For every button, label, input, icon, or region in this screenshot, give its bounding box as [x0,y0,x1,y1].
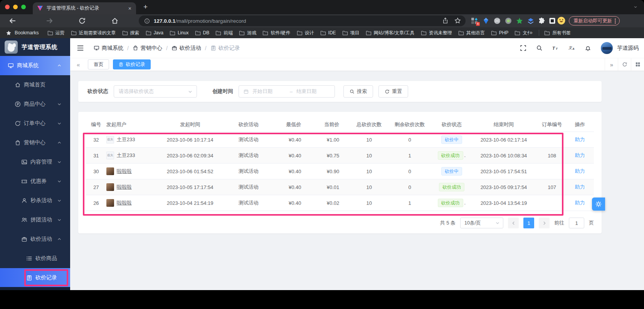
window-minimize-button[interactable] [13,5,18,9]
bookmarks-root-label[interactable]: Bookmarks [15,30,39,35]
avatar [106,167,114,175]
window-close-button[interactable] [5,5,10,9]
bookmark-folder[interactable]: DB [195,30,210,35]
font-size-icon[interactable]: TT [552,45,559,51]
browser-tab[interactable]: 芋道管理系统 - 砍价记录 × [33,2,136,14]
breadcrumb-item[interactable]: 砍价活动 [172,45,201,52]
bookmark-folder[interactable]: 游戏 [239,30,256,36]
bookmark-folder[interactable]: 网站/博客/文章/工具 [366,30,415,36]
bookmark-folder[interactable]: 设计 [297,30,314,36]
reset-button[interactable]: 重置 [378,85,408,98]
forward-icon[interactable] [45,17,53,25]
cell-action: 助力 [568,168,591,175]
site-info-icon[interactable] [144,18,150,24]
assist-link[interactable]: 助力 [575,168,585,174]
chrome-menu-icon[interactable] [615,19,616,24]
extension-square-icon[interactable] [549,17,556,24]
page-1-button[interactable]: 1 [523,218,534,228]
next-page-button[interactable] [539,218,550,228]
language-icon[interactable]: 文A [568,45,575,51]
extension-star-icon[interactable] [516,17,523,24]
bookmark-folder[interactable]: 其他语言 [458,30,485,36]
reload-icon[interactable] [78,17,86,25]
search-icon[interactable] [536,45,543,51]
assist-link[interactable]: 助力 [575,184,585,190]
bookmark-folder[interactable]: Java [146,30,163,35]
breadcrumb-item[interactable]: 商城系统 [94,45,123,52]
settings-gear-button[interactable] [592,198,605,211]
assist-link[interactable]: 助力 [575,200,585,206]
bookmark-folder[interactable]: 运营 [47,30,65,36]
sidebar-item-内容管理[interactable]: 内容管理 [0,152,70,172]
sidebar-item-商城首页[interactable]: 商城首页 [0,75,70,95]
app-logo[interactable]: 芋道管理系统 [0,38,70,56]
tags-layout-icon[interactable] [631,58,644,71]
extension-grid-icon[interactable]: 6 [471,17,478,24]
folder-icon [170,30,175,35]
bookmark-folder[interactable]: 近期需要读的文章 [71,30,116,36]
date-range-picker[interactable]: 开始日期 – 结束日期 [239,85,335,98]
bookmark-star-icon[interactable] [454,17,461,24]
bookmark-folder[interactable]: 资讯未整理 [421,30,452,36]
user-name[interactable]: 芋道源码 [617,45,639,52]
back-icon[interactable] [9,17,17,25]
sidebar-item-砍价记录[interactable]: 砍价记录 [0,268,70,287]
bookmark-folder[interactable]: 软件/硬件 [262,30,290,36]
bookmark-folder[interactable]: 项目 [342,30,360,36]
user-avatar[interactable] [601,42,613,54]
bookmark-folder[interactable]: PHP [491,30,509,35]
profile-avatar[interactable] [557,17,565,25]
chevron-left-icon [511,221,516,225]
search-button[interactable]: 搜索 [343,85,373,98]
sidebar-item-秒杀活动[interactable]: 秒杀活动 [0,191,70,210]
goto-page-input[interactable] [569,218,584,228]
user-icon [21,198,27,204]
assist-link[interactable]: 助力 [575,137,585,142]
bookmark-folder[interactable]: 前端 [215,30,233,36]
window-zoom-button[interactable] [21,5,26,9]
sidebar-item-拼团活动[interactable]: 拼团活动 [0,210,70,230]
tags-collapse-icon[interactable]: « [77,61,79,68]
breadcrumb-item[interactable]: 营销中心 [133,45,162,52]
traffic-lights [5,5,26,9]
extension-ring-icon[interactable] [505,17,512,24]
bookmarks-overflow-button[interactable]: » [530,29,533,35]
bookmark-folder[interactable]: 搜索 [122,30,140,36]
fullscreen-icon[interactable] [520,45,526,51]
sidebar-item-营销中心[interactable]: 营销中心 [0,133,70,152]
prev-page-button[interactable] [508,218,519,228]
status-filter-select[interactable]: 请选择砍价状态 [114,85,197,98]
page-size-select[interactable]: 10条/页 [460,218,503,228]
sidebar-item-商城系统[interactable]: 商城系统 [0,56,70,75]
bookmark-folder[interactable]: 文件服务器 [515,30,529,36]
collapse-menu-icon[interactable] [77,45,84,51]
address-bar[interactable]: 127.0.0.1 /mall/promotion/bargain/record [139,15,466,26]
extension-kite-icon[interactable] [483,17,489,24]
monitor-icon [8,62,14,69]
sidebar-item-砍价商品[interactable]: 砍价商品 [0,249,70,268]
home-icon[interactable] [111,17,119,25]
cell-order-no: 108 [535,153,568,159]
sidebar-item-砍价活动[interactable]: 砍价活动 [0,230,70,249]
extensions-puzzle-icon[interactable] [538,17,545,24]
extension-layers-icon[interactable] [527,17,534,24]
bookmark-folder[interactable]: IDE [320,30,336,35]
tab-close-icon[interactable]: × [128,5,131,12]
bookmark-folder[interactable]: Linux [170,30,189,35]
all-bookmarks-button[interactable]: 所有书签 [544,27,571,38]
sidebar-item-商品中心[interactable]: 商品中心 [0,95,70,114]
tab-砍价记录[interactable]: 砍价记录 [113,59,151,69]
tags-refresh-icon[interactable] [618,58,631,71]
extension-sphere-icon[interactable] [494,17,501,24]
sidebar-item-优惠券[interactable]: 优惠券 [0,172,70,191]
update-chrome-button[interactable]: 重新启动即可更新 [569,16,620,25]
tags-expand-icon[interactable]: » [605,58,618,71]
bell-icon[interactable] [585,45,591,51]
bookmarks-star-icon[interactable] [6,30,12,36]
share-icon[interactable] [442,17,449,24]
tab-search-chevron-icon[interactable] [633,5,638,9]
assist-link[interactable]: 助力 [575,152,585,158]
sidebar-item-订单中心[interactable]: 订单中心 [0,114,70,133]
tab-首页[interactable]: 首页 [88,59,109,69]
new-tab-button[interactable]: + [143,3,148,11]
